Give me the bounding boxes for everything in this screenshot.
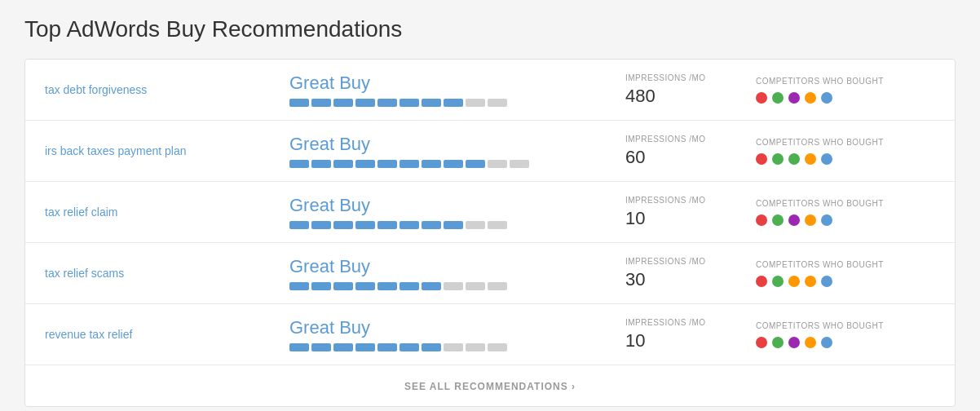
competitor-dot (821, 337, 832, 348)
competitor-dot (788, 337, 800, 348)
competitors-col: COMPETITORS WHO BOUGHT (756, 260, 935, 287)
competitor-dot (788, 92, 800, 104)
bar-filled-segment (355, 282, 375, 290)
competitors-col: COMPETITORS WHO BOUGHT (756, 199, 935, 226)
competitor-dot (756, 153, 767, 165)
impressions-col: IMPRESSIONS /MO30 (625, 257, 756, 290)
bar-filled-segment (466, 160, 485, 168)
bar-filled-segment (444, 160, 463, 168)
keyword-col: irs back taxes payment plan (45, 144, 289, 158)
bar-filled-segment (355, 99, 375, 107)
competitor-dot (805, 92, 816, 104)
rating-col: Great Buy (289, 134, 625, 168)
competitor-dot (772, 92, 784, 104)
bar-container (289, 99, 601, 107)
bar-container (289, 160, 601, 168)
impressions-value: 480 (625, 86, 756, 107)
bar-filled-segment (400, 99, 419, 107)
bar-empty-segment (466, 221, 485, 229)
keyword-col: revenue tax relief (45, 327, 289, 342)
recommendations-card: tax debt forgivenessGreat BuyIMPRESSIONS… (24, 59, 956, 407)
bar-filled-segment (377, 99, 397, 107)
bar-filled-segment (355, 221, 375, 229)
bar-filled-segment (333, 282, 353, 290)
keyword-col: tax relief scams (45, 266, 289, 281)
impressions-col: IMPRESSIONS /MO10 (625, 318, 756, 351)
bar-filled-segment (422, 221, 441, 229)
bar-filled-segment (311, 221, 331, 229)
bar-filled-segment (333, 343, 353, 351)
bar-filled-segment (311, 282, 331, 290)
bar-filled-segment (400, 343, 419, 351)
bar-filled-segment (444, 221, 463, 229)
bar-empty-segment (444, 343, 463, 351)
bar-filled-segment (289, 160, 309, 168)
keyword-link[interactable]: irs back taxes payment plan (45, 144, 187, 157)
bar-filled-segment (289, 221, 309, 229)
see-all-row: SEE ALL RECOMMENDATIONS › (25, 365, 955, 406)
impressions-value: 60 (625, 147, 756, 168)
impressions-col: IMPRESSIONS /MO10 (625, 196, 756, 229)
bar-filled-segment (333, 221, 353, 229)
bar-filled-segment (377, 160, 397, 168)
keyword-link[interactable]: tax debt forgiveness (45, 83, 147, 96)
competitor-dot (772, 337, 784, 348)
impressions-value: 10 (625, 330, 756, 351)
competitors-label: COMPETITORS WHO BOUGHT (756, 260, 935, 269)
great-buy-label: Great Buy (289, 134, 601, 155)
bar-filled-segment (355, 343, 375, 351)
page-title: Top AdWords Buy Recommendations (24, 16, 956, 42)
competitor-dot (788, 153, 800, 165)
great-buy-label: Great Buy (289, 73, 601, 94)
impressions-label: IMPRESSIONS /MO (625, 318, 756, 327)
competitors-col: COMPETITORS WHO BOUGHT (756, 321, 935, 348)
impressions-label: IMPRESSIONS /MO (625, 73, 756, 82)
table-row: irs back taxes payment planGreat BuyIMPR… (25, 121, 955, 182)
bar-filled-segment (400, 221, 419, 229)
bar-empty-segment (510, 160, 529, 168)
bar-filled-segment (333, 160, 353, 168)
bar-container (289, 221, 601, 229)
impressions-col: IMPRESSIONS /MO480 (625, 73, 756, 107)
bar-filled-segment (377, 221, 397, 229)
bar-filled-segment (289, 99, 309, 107)
dots-container (756, 214, 935, 226)
competitor-dot (821, 153, 832, 165)
bar-filled-segment (355, 160, 375, 168)
keyword-col: tax relief claim (45, 205, 289, 219)
competitors-label: COMPETITORS WHO BOUGHT (756, 138, 935, 147)
keyword-link[interactable]: tax relief claim (45, 206, 117, 219)
bar-filled-segment (400, 282, 419, 290)
impressions-label: IMPRESSIONS /MO (625, 257, 756, 266)
bar-container (289, 282, 601, 290)
bar-filled-segment (400, 160, 419, 168)
competitor-dot (756, 337, 767, 348)
competitor-dot (788, 214, 800, 226)
keyword-link[interactable]: revenue tax relief (45, 328, 132, 341)
page-container: Top AdWords Buy Recommendations tax debt… (0, 0, 980, 411)
competitors-label: COMPETITORS WHO BOUGHT (756, 321, 935, 330)
see-all-link[interactable]: SEE ALL RECOMMENDATIONS › (404, 381, 576, 392)
impressions-value: 30 (625, 269, 756, 290)
bar-container (289, 343, 601, 351)
bar-filled-segment (377, 343, 397, 351)
rating-col: Great Buy (289, 73, 625, 107)
bar-empty-segment (466, 282, 485, 290)
impressions-value: 10 (625, 208, 756, 229)
competitor-dot (788, 276, 800, 287)
bar-filled-segment (422, 343, 441, 351)
bar-filled-segment (311, 160, 331, 168)
dots-container (756, 153, 935, 165)
competitor-dot (756, 92, 767, 104)
bar-filled-segment (422, 160, 441, 168)
dots-container (756, 337, 935, 348)
competitors-col: COMPETITORS WHO BOUGHT (756, 77, 935, 104)
keyword-link[interactable]: tax relief scams (45, 267, 124, 280)
table-row: tax debt forgivenessGreat BuyIMPRESSIONS… (25, 60, 955, 121)
impressions-label: IMPRESSIONS /MO (625, 196, 756, 205)
bar-filled-segment (422, 282, 441, 290)
bar-filled-segment (444, 99, 463, 107)
bar-empty-segment (488, 221, 507, 229)
bar-empty-segment (488, 343, 507, 351)
bar-filled-segment (422, 99, 441, 107)
